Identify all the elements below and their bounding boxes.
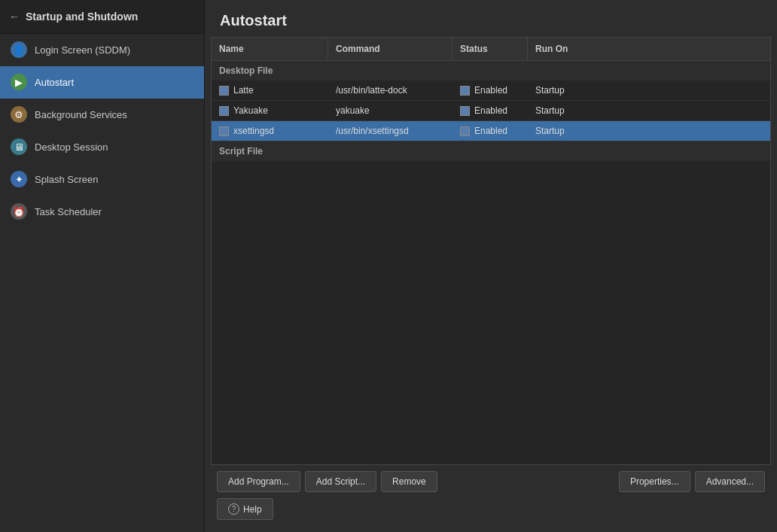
task-scheduler-icon: ⏰ [11,203,27,220]
sidebar-item-task-scheduler[interactable]: ⏰ Task Scheduler [0,196,204,228]
table-row[interactable]: Latte /usr/bin/latte-dock Enabled Startu… [212,81,770,101]
row-checkbox[interactable] [219,106,229,116]
sidebar-item-background-services[interactable]: ⚙ Background Services [0,99,204,131]
cell-run-on: Startup [528,101,770,120]
column-name: Name [212,38,328,60]
help-label: Help [243,504,262,515]
sidebar-item-label: Task Scheduler [35,206,102,217]
sidebar-header: ← Startup and Shutdown [0,0,204,34]
sidebar-item-label: Login Screen (SDDM) [35,44,130,56]
status-checkbox[interactable] [460,106,470,116]
sidebar-item-label: Splash Screen [35,174,99,185]
table-row[interactable]: Yakuake yakuake Enabled Startup [212,101,770,121]
column-command: Command [328,38,452,60]
autostart-table: Name Command Status Run On Desktop File … [211,37,771,465]
column-run-on: Run On [528,38,770,60]
cell-name: Yakuake [212,101,328,120]
right-buttons: Properties... Advanced... [619,471,765,492]
back-icon[interactable]: ← [9,11,20,23]
login-screen-icon: 👤 [11,41,27,58]
advanced-button[interactable]: Advanced... [695,471,765,492]
section-desktop-file: Desktop File [212,61,770,81]
bottom-bar: Add Program... Add Script... Remove Prop… [211,465,771,495]
background-services-icon: ⚙ [11,106,27,123]
table-body: Desktop File Latte /usr/bin/latte-dock E… [212,61,770,464]
row-checkbox[interactable] [219,86,229,96]
help-bar: ? Help [211,495,771,526]
remove-button[interactable]: Remove [381,471,437,492]
add-program-button[interactable]: Add Program... [217,471,300,492]
sidebar: ← Startup and Shutdown 👤 Login Screen (S… [0,0,205,532]
sidebar-item-login-screen[interactable]: 👤 Login Screen (SDDM) [0,34,204,66]
main-content: Autostart Name Command Status Run On Des… [205,0,777,532]
sidebar-item-autostart[interactable]: ▶ Autostart [0,66,204,99]
cell-status: Enabled [452,81,528,100]
properties-button[interactable]: Properties... [619,471,690,492]
sidebar-item-label: Desktop Session [35,141,108,153]
status-checkbox[interactable] [460,86,470,96]
section-script-file: Script File [212,141,770,161]
cell-status: Enabled [452,121,528,141]
help-button[interactable]: ? Help [217,498,273,520]
cell-name: xsettingsd [212,121,328,141]
help-icon: ? [228,503,239,515]
content-area: Name Command Status Run On Desktop File … [205,37,777,532]
sidebar-item-label: Autostart [35,77,74,88]
page-title: Autostart [205,0,777,37]
cell-run-on: Startup [528,81,770,100]
sidebar-item-label: Background Services [35,109,127,120]
sidebar-title: Startup and Shutdown [26,11,138,23]
autostart-icon: ▶ [11,74,27,90]
add-script-button[interactable]: Add Script... [305,471,376,492]
sidebar-item-splash-screen[interactable]: ✦ Splash Screen [0,163,204,196]
cell-name: Latte [212,81,328,100]
splash-screen-icon: ✦ [11,171,27,187]
cell-status: Enabled [452,101,528,120]
table-row[interactable]: xsettingsd /usr/bin/xsettingsd Enabled S… [212,121,770,141]
desktop-session-icon: 🖥 [11,138,27,155]
column-status: Status [452,38,528,60]
cell-command: yakuake [328,101,452,120]
sidebar-item-desktop-session[interactable]: 🖥 Desktop Session [0,131,204,163]
table-header: Name Command Status Run On [212,38,770,61]
cell-command: /usr/bin/latte-dock [328,81,452,100]
status-checkbox[interactable] [460,126,470,136]
cell-run-on: Startup [528,121,770,141]
row-checkbox[interactable] [219,126,229,136]
cell-command: /usr/bin/xsettingsd [328,121,452,141]
